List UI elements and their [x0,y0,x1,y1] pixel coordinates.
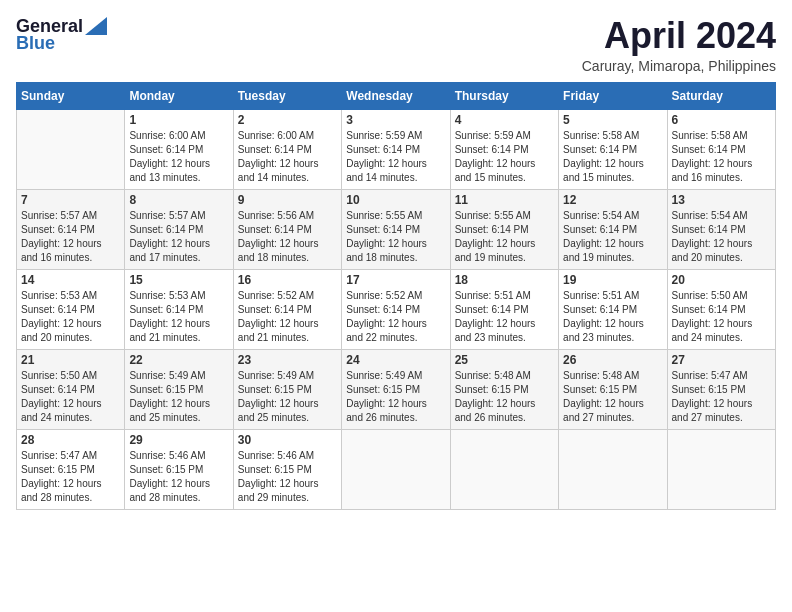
calendar-cell [450,429,558,509]
title-area: April 2024 Caruray, Mimaropa, Philippine… [582,16,776,74]
day-info: Sunrise: 5:57 AMSunset: 6:14 PMDaylight:… [129,209,228,265]
day-info: Sunrise: 5:53 AMSunset: 6:14 PMDaylight:… [21,289,120,345]
day-info: Sunrise: 5:54 AMSunset: 6:14 PMDaylight:… [563,209,662,265]
day-number: 7 [21,193,120,207]
day-number: 22 [129,353,228,367]
day-number: 26 [563,353,662,367]
calendar-cell: 17Sunrise: 5:52 AMSunset: 6:14 PMDayligh… [342,269,450,349]
day-info: Sunrise: 5:54 AMSunset: 6:14 PMDaylight:… [672,209,771,265]
day-info: Sunrise: 5:52 AMSunset: 6:14 PMDaylight:… [238,289,337,345]
weekday-header: Friday [559,82,667,109]
day-info: Sunrise: 5:49 AMSunset: 6:15 PMDaylight:… [129,369,228,425]
day-info: Sunrise: 5:49 AMSunset: 6:15 PMDaylight:… [346,369,445,425]
day-number: 13 [672,193,771,207]
month-title: April 2024 [582,16,776,56]
calendar-cell: 5Sunrise: 5:58 AMSunset: 6:14 PMDaylight… [559,109,667,189]
day-info: Sunrise: 5:48 AMSunset: 6:15 PMDaylight:… [455,369,554,425]
calendar-cell: 27Sunrise: 5:47 AMSunset: 6:15 PMDayligh… [667,349,775,429]
calendar-table: SundayMondayTuesdayWednesdayThursdayFrid… [16,82,776,510]
day-info: Sunrise: 5:51 AMSunset: 6:14 PMDaylight:… [455,289,554,345]
calendar-cell: 13Sunrise: 5:54 AMSunset: 6:14 PMDayligh… [667,189,775,269]
location-title: Caruray, Mimaropa, Philippines [582,58,776,74]
calendar-cell: 24Sunrise: 5:49 AMSunset: 6:15 PMDayligh… [342,349,450,429]
day-info: Sunrise: 5:46 AMSunset: 6:15 PMDaylight:… [238,449,337,505]
weekday-header: Thursday [450,82,558,109]
day-info: Sunrise: 5:57 AMSunset: 6:14 PMDaylight:… [21,209,120,265]
calendar-cell: 7Sunrise: 5:57 AMSunset: 6:14 PMDaylight… [17,189,125,269]
weekday-header: Sunday [17,82,125,109]
day-number: 30 [238,433,337,447]
day-info: Sunrise: 5:51 AMSunset: 6:14 PMDaylight:… [563,289,662,345]
calendar-cell: 30Sunrise: 5:46 AMSunset: 6:15 PMDayligh… [233,429,341,509]
day-number: 21 [21,353,120,367]
calendar-cell [667,429,775,509]
calendar-week-row: 1Sunrise: 6:00 AMSunset: 6:14 PMDaylight… [17,109,776,189]
day-info: Sunrise: 6:00 AMSunset: 6:14 PMDaylight:… [129,129,228,185]
day-number: 5 [563,113,662,127]
calendar-week-row: 21Sunrise: 5:50 AMSunset: 6:14 PMDayligh… [17,349,776,429]
day-number: 18 [455,273,554,287]
calendar-cell: 22Sunrise: 5:49 AMSunset: 6:15 PMDayligh… [125,349,233,429]
day-number: 25 [455,353,554,367]
calendar-cell: 25Sunrise: 5:48 AMSunset: 6:15 PMDayligh… [450,349,558,429]
calendar-cell: 16Sunrise: 5:52 AMSunset: 6:14 PMDayligh… [233,269,341,349]
day-number: 8 [129,193,228,207]
calendar-cell: 9Sunrise: 5:56 AMSunset: 6:14 PMDaylight… [233,189,341,269]
day-number: 15 [129,273,228,287]
day-number: 17 [346,273,445,287]
day-number: 16 [238,273,337,287]
day-info: Sunrise: 5:52 AMSunset: 6:14 PMDaylight:… [346,289,445,345]
day-number: 24 [346,353,445,367]
day-number: 3 [346,113,445,127]
weekday-header: Monday [125,82,233,109]
day-info: Sunrise: 5:58 AMSunset: 6:14 PMDaylight:… [563,129,662,185]
calendar-cell [342,429,450,509]
day-info: Sunrise: 5:59 AMSunset: 6:14 PMDaylight:… [346,129,445,185]
day-number: 23 [238,353,337,367]
day-info: Sunrise: 6:00 AMSunset: 6:14 PMDaylight:… [238,129,337,185]
calendar-cell: 15Sunrise: 5:53 AMSunset: 6:14 PMDayligh… [125,269,233,349]
day-number: 1 [129,113,228,127]
logo-blue-text: Blue [16,33,55,54]
calendar-cell: 18Sunrise: 5:51 AMSunset: 6:14 PMDayligh… [450,269,558,349]
logo-icon [85,17,107,35]
day-info: Sunrise: 5:50 AMSunset: 6:14 PMDaylight:… [672,289,771,345]
day-info: Sunrise: 5:47 AMSunset: 6:15 PMDaylight:… [672,369,771,425]
calendar-week-row: 14Sunrise: 5:53 AMSunset: 6:14 PMDayligh… [17,269,776,349]
calendar-cell: 2Sunrise: 6:00 AMSunset: 6:14 PMDaylight… [233,109,341,189]
day-info: Sunrise: 5:50 AMSunset: 6:14 PMDaylight:… [21,369,120,425]
logo: General Blue [16,16,107,54]
calendar-cell: 8Sunrise: 5:57 AMSunset: 6:14 PMDaylight… [125,189,233,269]
day-info: Sunrise: 5:59 AMSunset: 6:14 PMDaylight:… [455,129,554,185]
page-header: General Blue April 2024 Caruray, Mimarop… [16,16,776,74]
day-number: 14 [21,273,120,287]
weekday-header: Tuesday [233,82,341,109]
day-number: 6 [672,113,771,127]
svg-marker-0 [85,17,107,35]
day-number: 9 [238,193,337,207]
day-info: Sunrise: 5:56 AMSunset: 6:14 PMDaylight:… [238,209,337,265]
calendar-cell: 23Sunrise: 5:49 AMSunset: 6:15 PMDayligh… [233,349,341,429]
day-number: 10 [346,193,445,207]
calendar-cell: 14Sunrise: 5:53 AMSunset: 6:14 PMDayligh… [17,269,125,349]
day-info: Sunrise: 5:46 AMSunset: 6:15 PMDaylight:… [129,449,228,505]
calendar-cell [559,429,667,509]
calendar-cell: 20Sunrise: 5:50 AMSunset: 6:14 PMDayligh… [667,269,775,349]
day-number: 19 [563,273,662,287]
day-number: 28 [21,433,120,447]
day-number: 29 [129,433,228,447]
day-number: 20 [672,273,771,287]
day-info: Sunrise: 5:49 AMSunset: 6:15 PMDaylight:… [238,369,337,425]
calendar-cell: 21Sunrise: 5:50 AMSunset: 6:14 PMDayligh… [17,349,125,429]
calendar-cell: 4Sunrise: 5:59 AMSunset: 6:14 PMDaylight… [450,109,558,189]
day-info: Sunrise: 5:48 AMSunset: 6:15 PMDaylight:… [563,369,662,425]
day-info: Sunrise: 5:58 AMSunset: 6:14 PMDaylight:… [672,129,771,185]
day-info: Sunrise: 5:47 AMSunset: 6:15 PMDaylight:… [21,449,120,505]
day-info: Sunrise: 5:55 AMSunset: 6:14 PMDaylight:… [455,209,554,265]
calendar-cell [17,109,125,189]
calendar-cell: 28Sunrise: 5:47 AMSunset: 6:15 PMDayligh… [17,429,125,509]
day-number: 2 [238,113,337,127]
calendar-week-row: 28Sunrise: 5:47 AMSunset: 6:15 PMDayligh… [17,429,776,509]
weekday-header: Saturday [667,82,775,109]
calendar-cell: 3Sunrise: 5:59 AMSunset: 6:14 PMDaylight… [342,109,450,189]
